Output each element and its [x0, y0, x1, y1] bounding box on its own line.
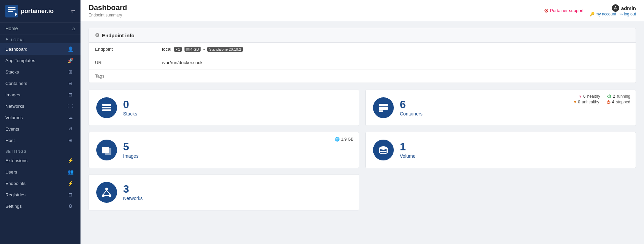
networks-card-info: 3 Networks [123, 184, 143, 201]
content-area: ⚙ Endpoint info Endpoint local ▪ 1 [80, 21, 644, 244]
home-icon: ⌂ [72, 26, 75, 31]
svg-rect-12 [105, 148, 111, 155]
users-icon: 👥 [66, 169, 75, 175]
admin-name: A admin [612, 4, 636, 12]
sidebar-item-users[interactable]: Users 👥 [0, 166, 80, 178]
extensions-icon: ⚡ [66, 158, 75, 163]
sidebar-item-volumes[interactable]: Volumes ☁ [0, 112, 80, 123]
networks-count: 3 [123, 184, 143, 194]
stacks-icon: ⊞ [66, 69, 75, 75]
images-count: 5 [123, 141, 139, 152]
topbar-right: ⊗ Portainer support A admin 🔑 my account… [544, 4, 636, 16]
sidebar-item-registries[interactable]: Registries ⊟ [0, 189, 80, 200]
sidebar-item-home[interactable]: Home ⌂ [0, 22, 80, 35]
images-size: 1.9 GB [341, 137, 354, 142]
volume-card-info: 1 Volume [400, 141, 416, 159]
running-icon: ⏻ [607, 94, 611, 99]
containers-card[interactable]: 6 Containers ♥ 0 healthy ⏻ 2 running ♥ 0 [365, 90, 636, 126]
separator: - [203, 47, 205, 52]
volume-card[interactable]: 1 Volume [365, 132, 636, 168]
images-card-info: 5 Images [123, 141, 139, 159]
endpoint-local-text: local [162, 47, 171, 52]
svg-rect-8 [379, 104, 388, 106]
dashboard-grid: 0 Stacks 6 Containers [89, 90, 636, 210]
containers-label: Containers [5, 81, 66, 86]
sidebar-item-endpoints[interactable]: Endpoints ⚡ [0, 178, 80, 189]
log-out-link[interactable]: ↪ log out [620, 12, 636, 16]
sidebar-item-app-templates[interactable]: App Templates 🚀 [0, 55, 80, 66]
containers-card-label: Containers [400, 111, 423, 116]
volumes-icon: ☁ [66, 115, 75, 120]
standalone-badge: Standalone 20.10.2 [207, 47, 243, 52]
svg-rect-1 [8, 7, 16, 8]
events-icon: ↺ [66, 126, 75, 132]
support-label: Portainer support [550, 8, 584, 13]
sidebar-item-stacks[interactable]: Stacks ⊞ [0, 66, 80, 78]
healthy-label: healthy [587, 94, 600, 99]
containers-card-info: 6 Containers [400, 99, 423, 116]
unhealthy-count: 0 [578, 100, 580, 104]
networks-card[interactable]: 3 Networks [89, 174, 359, 210]
containers-icon-svg [378, 102, 389, 113]
sidebar-item-extensions[interactable]: Extensions ⚡ [0, 155, 80, 166]
healthy-count: 0 [583, 94, 586, 99]
host-icon: ⊞ [66, 138, 75, 143]
images-card[interactable]: 5 Images 🌐 1.9 GB [89, 132, 359, 168]
volume-card-icon [373, 140, 394, 160]
networks-label: Networks [5, 104, 66, 109]
sidebar: portainer.io ⇄ Home ⌂ ⚑ LOCAL Dashboard … [0, 0, 80, 244]
settings-section-header: SETTINGS [0, 146, 80, 155]
my-account-link[interactable]: 🔑 my account [590, 12, 616, 16]
mem-value: 4 GB [191, 47, 199, 51]
settings-label-item: Settings [5, 204, 66, 209]
volume-count: 1 [400, 141, 416, 152]
volume-card-label: Volume [400, 153, 416, 159]
healthy-heart-icon: ♥ [579, 94, 582, 99]
mem-badge: ▤ 4 GB [184, 47, 201, 52]
app-templates-icon: 🚀 [66, 58, 75, 63]
key-icon: 🔑 [590, 12, 595, 16]
support-link[interactable]: ⊗ Portainer support [544, 7, 584, 14]
svg-rect-6 [102, 107, 111, 108]
stacks-label: Stacks [5, 69, 66, 75]
running-label: running [617, 94, 630, 99]
sidebar-item-events[interactable]: Events ↺ [0, 123, 80, 135]
local-label: LOCAL [11, 38, 25, 42]
endpoint-info-icon: ⚙ [95, 32, 99, 38]
sidebar-item-host[interactable]: Host ⊞ [0, 135, 80, 146]
endpoint-table: Endpoint local ▪ 1 ▤ 4 GB [89, 43, 636, 83]
endpoints-icon: ⚡ [66, 181, 75, 186]
sidebar-logo[interactable]: portainer.io ⇄ [0, 0, 80, 22]
endpoint-info-card: ⚙ Endpoint info Endpoint local ▪ 1 [89, 28, 636, 83]
endpoint-info-title: Endpoint info [102, 33, 135, 38]
sidebar-item-images[interactable]: Images ⊡ [0, 89, 80, 100]
admin-avatar-icon: A [612, 4, 619, 12]
running-count: 2 [613, 94, 615, 99]
endpoint-value-url: /var/run/docker.sock [156, 56, 636, 69]
networks-icon: ⋮⋮ [66, 103, 75, 109]
svg-rect-3 [8, 11, 13, 12]
sidebar-item-dashboard[interactable]: Dashboard 👤 [0, 43, 80, 55]
sidebar-collapse-icon[interactable]: ⇄ [71, 8, 75, 14]
svg-rect-9 [379, 107, 388, 110]
my-account-label: my account [596, 12, 616, 16]
admin-username: admin [621, 5, 636, 11]
app-templates-label: App Templates [5, 58, 66, 63]
support-icon: ⊗ [544, 7, 548, 14]
svg-rect-2 [8, 9, 16, 10]
cpu-count: 1 [178, 47, 180, 51]
page-title: Dashboard [89, 3, 127, 12]
volume-icon-svg [378, 145, 389, 155]
stopped-count: 4 [612, 100, 614, 104]
registries-label: Registries [5, 192, 66, 197]
topbar: Dashboard Endpoint summary ⊗ Portainer s… [80, 0, 644, 21]
sidebar-item-settings[interactable]: Settings ⚙ [0, 200, 80, 212]
main-area: Dashboard Endpoint summary ⊗ Portainer s… [80, 0, 644, 244]
sidebar-item-networks[interactable]: Networks ⋮⋮ [0, 100, 80, 112]
endpoint-value-endpoint: local ▪ 1 ▤ 4 GB - Standalone 20.10.2 [156, 43, 636, 56]
log-out-label: log out [624, 12, 636, 16]
sidebar-item-containers[interactable]: Containers ⊟ [0, 78, 80, 89]
stacks-card[interactable]: 0 Stacks [89, 90, 359, 126]
endpoint-label-url: URL [89, 56, 156, 69]
local-section-header: ⚑ LOCAL [0, 35, 80, 43]
